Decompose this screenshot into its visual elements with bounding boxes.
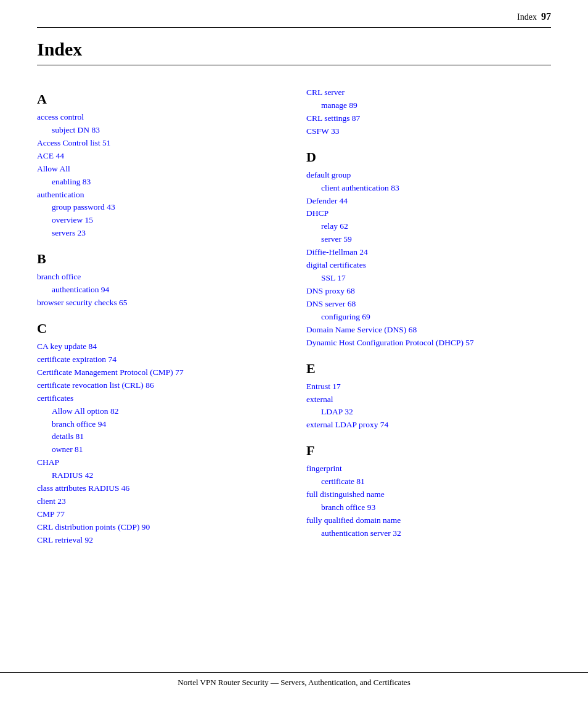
index-entry[interactable]: Domain Name Service (DNS) 68 <box>306 324 551 337</box>
index-entry[interactable]: CMP 77 <box>37 508 282 521</box>
index-entry[interactable]: CHAP <box>37 456 282 469</box>
index-entry[interactable]: authentication 94 <box>37 284 282 297</box>
index-entry[interactable]: Diffie-Hellman 24 <box>306 246 551 259</box>
index-entry[interactable]: server 59 <box>306 233 551 246</box>
index-entry[interactable]: CRL server <box>306 86 551 99</box>
index-entry[interactable]: CA key update 84 <box>37 340 282 353</box>
index-entry[interactable]: SSL 17 <box>306 272 551 285</box>
page-footer: Nortel VPN Router Security — Servers, Au… <box>0 672 588 688</box>
section-letter-a: A <box>37 91 282 107</box>
index-entry[interactable]: LDAP 32 <box>306 406 551 419</box>
index-entry[interactable]: configuring 69 <box>306 311 551 324</box>
index-entry[interactable]: access control <box>37 111 282 124</box>
header-index-label: Index <box>517 12 537 22</box>
columns: Aaccess controlsubject DN 83Access Contr… <box>37 80 551 547</box>
index-entry[interactable]: Allow All <box>37 163 282 176</box>
index-entry[interactable]: CSFW 33 <box>306 125 551 138</box>
index-entry[interactable]: servers 23 <box>37 227 282 240</box>
index-entry[interactable]: client 23 <box>37 495 282 508</box>
header-page-number: 97 <box>541 11 551 22</box>
footer-text: Nortel VPN Router Security — Servers, Au… <box>178 678 410 687</box>
index-entry[interactable]: enabling 83 <box>37 176 282 189</box>
section-letter-f: F <box>306 443 551 459</box>
index-entry[interactable]: DHCP <box>306 207 551 220</box>
index-entry[interactable]: RADIUS 42 <box>37 469 282 482</box>
index-entry[interactable]: certificate expiration 74 <box>37 353 282 366</box>
index-entry[interactable]: certificate revocation list (CRL) 86 <box>37 379 282 392</box>
index-entry[interactable]: ACE 44 <box>37 150 282 163</box>
index-entry[interactable]: branch office 94 <box>37 418 282 431</box>
page: Index 97 Index Aaccess controlsubject DN… <box>0 0 588 706</box>
index-entry[interactable]: fully qualified domain name <box>306 514 551 527</box>
index-entry[interactable]: Entrust 17 <box>306 380 551 393</box>
index-entry[interactable]: external LDAP proxy 74 <box>306 419 551 432</box>
index-entry[interactable]: default group <box>306 169 551 182</box>
right-column: CRL servermanage 89CRL settings 87CSFW 3… <box>306 80 551 547</box>
index-entry[interactable]: Allow All option 82 <box>37 405 282 418</box>
index-entry[interactable]: authentication <box>37 189 282 202</box>
index-entry[interactable]: branch office 93 <box>306 501 551 514</box>
index-entry[interactable]: DNS server 68 <box>306 298 551 311</box>
index-entry[interactable]: overview 15 <box>37 214 282 227</box>
index-entry[interactable]: digital certificates <box>306 259 551 272</box>
header-label: Index 97 <box>517 11 551 22</box>
index-entry[interactable]: client authentication 83 <box>306 182 551 195</box>
section-letter-c: C <box>37 321 282 337</box>
index-entry[interactable]: details 81 <box>37 430 282 443</box>
index-entry[interactable]: Access Control list 51 <box>37 137 282 150</box>
index-entry[interactable]: CRL settings 87 <box>306 112 551 125</box>
index-entry[interactable]: authentication server 32 <box>306 527 551 540</box>
index-entry[interactable]: subject DN 83 <box>37 124 282 137</box>
index-entry[interactable]: certificate 81 <box>306 475 551 488</box>
section-letter-d: D <box>306 149 551 165</box>
index-entry[interactable]: Certificate Management Protocol (CMP) 77 <box>37 366 282 379</box>
index-entry[interactable]: Defender 44 <box>306 195 551 208</box>
index-entry[interactable]: relay 62 <box>306 220 551 233</box>
index-entry[interactable]: DNS proxy 68 <box>306 285 551 298</box>
index-entry[interactable]: CRL distribution points (CDP) 90 <box>37 521 282 534</box>
index-entry[interactable]: browser security checks 65 <box>37 297 282 310</box>
index-entry[interactable]: manage 89 <box>306 99 551 112</box>
index-entry[interactable]: certificates <box>37 392 282 405</box>
page-header: Index 97 <box>37 0 551 28</box>
left-column: Aaccess controlsubject DN 83Access Contr… <box>37 80 282 547</box>
index-entry[interactable]: owner 81 <box>37 443 282 456</box>
section-letter-e: E <box>306 361 551 377</box>
index-title: Index <box>37 39 551 65</box>
index-entry[interactable]: group password 43 <box>37 201 282 214</box>
section-letter-b: B <box>37 251 282 267</box>
index-entry[interactable]: full distinguished name <box>306 488 551 501</box>
index-entry[interactable]: branch office <box>37 271 282 284</box>
index-entry[interactable]: CRL retrieval 92 <box>37 534 282 547</box>
index-entry[interactable]: Dynamic Host Configuration Protocol (DHC… <box>306 337 551 350</box>
index-entry[interactable]: external <box>306 393 551 406</box>
index-entry[interactable]: class attributes RADIUS 46 <box>37 482 282 495</box>
index-entry[interactable]: fingerprint <box>306 462 551 475</box>
